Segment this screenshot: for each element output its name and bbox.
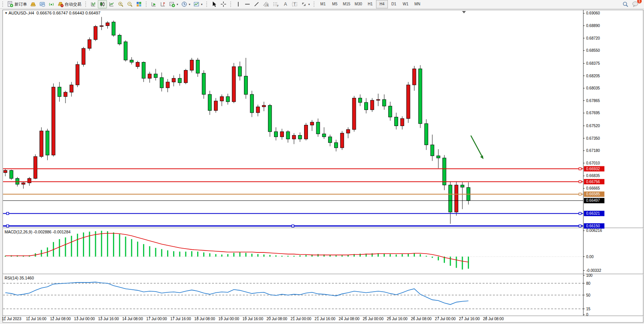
autotrading-button[interactable]: 自动交易	[56, 0, 83, 8]
timeframe-button-w1[interactable]: W1	[400, 0, 411, 8]
time-tick-label: 24 Jul 08:00	[339, 317, 360, 321]
chart-canvas[interactable]: 0.690600.688900.687200.685500.683750.682…	[0, 9, 644, 324]
price-tag-value: 0.66585	[586, 192, 600, 196]
candle-body	[190, 60, 193, 70]
equidistant-channel-icon: E	[263, 1, 269, 7]
timeframe-button-h4[interactable]: H4	[376, 0, 388, 8]
candle-body	[226, 97, 230, 102]
time-tick-label: 27 Jul 00:00	[435, 317, 456, 321]
timeframe-button-mn[interactable]: MN	[411, 0, 423, 8]
time-tick-label: 26 Jul 08:00	[411, 317, 432, 321]
navigator-button[interactable]	[38, 0, 47, 8]
price-tick-label: 0.68205	[586, 74, 600, 78]
toolbar-grip	[146, 2, 148, 7]
market-watch-button[interactable]	[29, 0, 38, 8]
new-order-label: 新订单	[14, 2, 27, 7]
candle-body	[370, 100, 374, 110]
timeframe-button-m30[interactable]: M30	[352, 0, 364, 8]
zoom-out-icon	[127, 1, 133, 7]
cursor-button[interactable]	[210, 0, 219, 8]
text-tool-button[interactable]: A	[281, 0, 290, 8]
tile-windows-button[interactable]	[134, 0, 143, 8]
candle-body	[461, 185, 464, 187]
text-label-tool-button[interactable]: T	[290, 0, 299, 8]
tile-windows-icon	[136, 1, 142, 7]
timeframe-button-m15[interactable]: M15	[341, 0, 352, 8]
price-tag-0.66756: 0.66756	[584, 179, 604, 184]
trendline-tool-button[interactable]	[252, 0, 261, 8]
signals-button[interactable]	[47, 0, 56, 8]
hline-handle[interactable]	[579, 212, 581, 215]
crosshair-button[interactable]	[219, 0, 228, 8]
cursor-icon	[211, 1, 217, 7]
macd-axis-label: 0.006216	[586, 228, 602, 233]
candle-body	[376, 99, 380, 100]
zoom-in-button[interactable]	[116, 0, 125, 8]
search-button[interactable]	[621, 0, 630, 8]
zoom-out-button[interactable]	[125, 0, 134, 8]
hline-handle[interactable]	[6, 225, 9, 227]
window-menu-triangle-icon[interactable]: ▼	[5, 11, 8, 15]
candle-body	[112, 22, 115, 35]
bar-chart-button[interactable]	[89, 0, 98, 8]
hline-handle[interactable]	[579, 168, 581, 170]
candle-body	[268, 105, 272, 132]
zoom-in-icon	[118, 1, 124, 7]
hline-handle[interactable]	[292, 225, 294, 227]
price-tag-0.66150: 0.66150	[584, 223, 604, 228]
candle-body	[455, 185, 458, 212]
horizontal-line-icon	[244, 1, 250, 7]
svg-text:F: F	[277, 5, 279, 7]
chart-title: ▼ AUDUSD-,H4 0.66676 0.66747 0.66443 0.6…	[5, 11, 100, 15]
candle-body	[160, 78, 163, 88]
price-tag-value: 0.66756	[586, 180, 600, 184]
svg-text:T: T	[293, 2, 296, 6]
time-tick-label: 25 Jul 16:00	[387, 317, 408, 321]
timeframe-button-h1[interactable]: H1	[364, 0, 376, 8]
chart-shift-button[interactable]	[158, 0, 167, 8]
hline-handle[interactable]	[579, 180, 581, 183]
candle-body	[340, 133, 344, 148]
candle-body	[310, 122, 314, 125]
templates-button[interactable]: ▾	[192, 0, 204, 8]
templates-icon	[193, 1, 199, 7]
time-axis[interactable]: 11 Jul 202311 Jul 16:0012 Jul 08:0013 Ju…	[2, 316, 504, 321]
hline-handle[interactable]	[579, 225, 581, 227]
fibonacci-tool-button[interactable]: F	[271, 0, 281, 8]
candle-body	[430, 145, 434, 156]
rsi-axis-label: 100	[586, 273, 593, 278]
candle-body	[383, 99, 386, 106]
candle-body	[130, 60, 133, 62]
time-tick-label: 21 Jul 00:00	[290, 317, 311, 321]
candle-body	[22, 183, 25, 184]
notifications-button[interactable]: 1	[630, 0, 640, 8]
periods-button[interactable]: ▾	[180, 0, 192, 8]
new-order-button[interactable]: 新订单	[6, 0, 29, 8]
timeframe-button-d1[interactable]: D1	[388, 0, 400, 8]
horizontal-line-tool-button[interactable]	[243, 0, 252, 8]
equidistant-channel-tool-button[interactable]: E	[261, 0, 271, 8]
time-tick-label: 27 Jul 16:00	[459, 317, 480, 321]
indicators-button[interactable]: ▾	[167, 0, 180, 8]
vertical-line-tool-button[interactable]	[234, 0, 243, 8]
candlestick-chart-button[interactable]	[98, 0, 107, 8]
price-tick-label: 0.68550	[586, 48, 600, 53]
line-chart-button[interactable]	[107, 0, 116, 8]
candle-body	[166, 82, 169, 88]
candle-body	[82, 48, 85, 64]
timeframe-button-m1[interactable]: M1	[317, 0, 329, 8]
arrows-tool-button[interactable]: ▾	[299, 0, 311, 8]
price-tag-0.66321: 0.66321	[584, 211, 604, 216]
auto-scroll-button[interactable]	[149, 0, 158, 8]
price-tick-label: 0.67180	[586, 148, 600, 153]
candle-body	[365, 102, 368, 110]
hline-handle[interactable]	[579, 193, 581, 195]
candle-body	[328, 137, 332, 142]
candle-body	[184, 70, 188, 83]
timeframe-button-m5[interactable]: M5	[329, 0, 341, 8]
navigator-icon	[39, 1, 45, 7]
vertical-line-icon	[235, 1, 241, 7]
hline-handle[interactable]	[6, 212, 9, 215]
toolbar-grip	[2, 2, 4, 7]
time-tick-label: 11 Jul 16:00	[26, 317, 46, 321]
